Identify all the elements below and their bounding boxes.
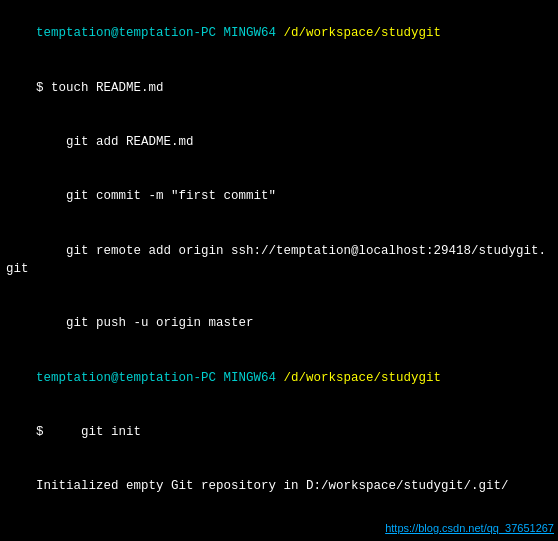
terminal: temptation@temptation-PC MINGW64 /d/work… [0,0,558,541]
line-7: temptation@temptation-PC MINGW64 /d/work… [6,350,552,404]
line-6: git push -u origin master [6,296,552,350]
line-4: git commit -m "first commit" [6,169,552,223]
line-8: $ git init [6,405,552,459]
line-5: git remote add origin ssh://temptation@l… [6,224,552,297]
line-9: Initialized empty Git repository in D:/w… [6,459,552,513]
line-3: git add README.md [6,115,552,169]
line-2: $ touch README.md [6,60,552,114]
watermark-link: https://blog.csdn.net/qq_37651267 [385,521,554,537]
line-1: temptation@temptation-PC MINGW64 /d/work… [6,6,552,60]
